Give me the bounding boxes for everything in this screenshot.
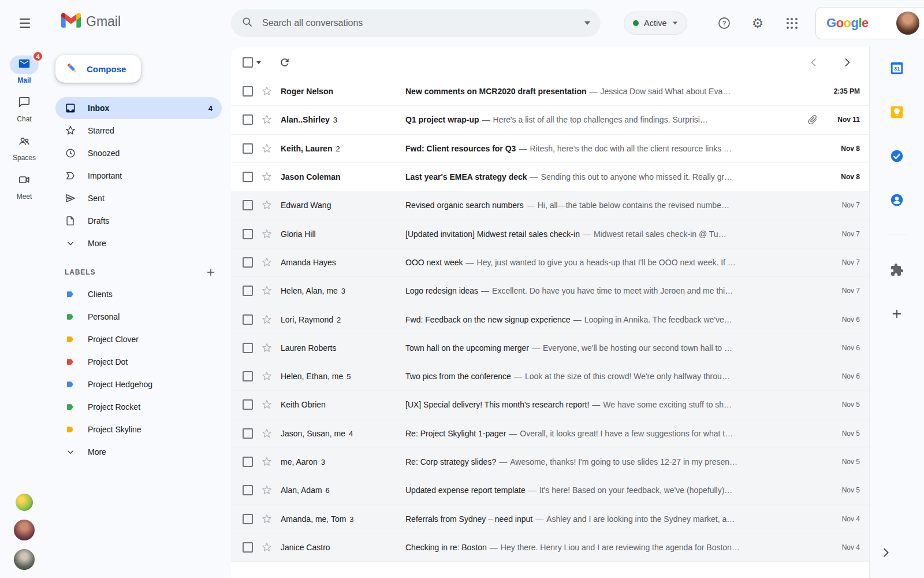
chat-avatar-2[interactable]	[14, 549, 35, 570]
rail-item-spaces[interactable]: Spaces	[10, 133, 39, 162]
email-select-checkbox[interactable]	[243, 172, 253, 182]
email-select-checkbox[interactable]	[243, 114, 253, 125]
email-row[interactable]: Jason Coleman Last year's EMEA strategy …	[231, 163, 869, 191]
email-select-checkbox[interactable]	[243, 371, 253, 381]
settings-gear-button[interactable]: ⚙	[749, 14, 766, 32]
email-row[interactable]: Edward Wang Revised organic search numbe…	[231, 191, 869, 220]
help-button[interactable]: ?	[716, 14, 733, 32]
sidebar-item-drafts[interactable]: Drafts	[55, 210, 222, 232]
email-row[interactable]: Roger Nelson New comments on MCR2020 dra…	[231, 77, 869, 106]
google-wordmark: Google	[826, 16, 869, 31]
star-toggle-icon[interactable]	[261, 86, 273, 97]
email-select-checkbox[interactable]	[243, 314, 253, 325]
email-row[interactable]: Keith Obrien [UX] Special delivery! This…	[231, 391, 869, 419]
important-marker-icon	[65, 170, 76, 181]
email-row[interactable]: Keith, Lauren2 Fwd: Client resources for…	[231, 135, 869, 163]
main-menu-button[interactable]	[15, 13, 35, 33]
star-toggle-icon[interactable]	[261, 542, 273, 553]
sidebar-item-inbox[interactable]: Inbox 4	[55, 97, 222, 119]
google-apps-grid-button[interactable]	[783, 14, 800, 32]
star-toggle-icon[interactable]	[261, 171, 273, 183]
email-select-checkbox[interactable]	[243, 457, 253, 467]
rail-item-meet[interactable]: Meet	[10, 172, 39, 201]
email-select-checkbox[interactable]	[243, 86, 253, 97]
compose-button[interactable]: Compose	[55, 55, 141, 83]
sidebar-label[interactable]: Project Clover	[55, 328, 222, 350]
email-select-checkbox[interactable]	[243, 286, 253, 296]
sidebar-label[interactable]: Personal	[55, 306, 222, 328]
star-toggle-icon[interactable]	[261, 456, 273, 468]
sidebar-label[interactable]: Project Rocket	[55, 396, 222, 418]
select-options-caret-icon[interactable]	[256, 61, 261, 64]
tasks-button[interactable]	[888, 147, 906, 165]
email-select-checkbox[interactable]	[243, 229, 253, 239]
email-select-checkbox[interactable]	[243, 514, 253, 524]
email-select-checkbox[interactable]	[243, 143, 253, 154]
older-page-button[interactable]	[840, 55, 854, 69]
email-row[interactable]: Gloria Hill [Updated invitation] Midwest…	[231, 220, 869, 248]
expand-side-panel-button[interactable]	[878, 544, 894, 561]
sidebar-item-starred[interactable]: Starred	[55, 120, 222, 142]
email-select-checkbox[interactable]	[243, 200, 253, 210]
chat-avatar-1[interactable]	[14, 520, 35, 540]
star-toggle-icon[interactable]	[261, 484, 273, 496]
chat-avatar-sticker[interactable]	[16, 494, 33, 511]
sidebar-label[interactable]: Project Hedgehog	[55, 373, 222, 395]
star-toggle-icon[interactable]	[261, 257, 273, 268]
keep-button[interactable]	[888, 103, 906, 121]
email-row[interactable]: Alan, Adam6 Updated expense report templ…	[231, 476, 869, 505]
contacts-button[interactable]	[888, 191, 906, 209]
star-toggle-icon[interactable]	[261, 285, 273, 297]
star-toggle-icon[interactable]	[261, 370, 273, 382]
email-row[interactable]: Amanda, me, Tom3 Referrals from Sydney –…	[231, 505, 869, 533]
email-row[interactable]: Janice Castro Checking in re: Boston—Hey…	[231, 533, 869, 562]
email-row[interactable]: Helen, Ethan, me5 Two pics from the conf…	[231, 362, 869, 391]
star-toggle-icon[interactable]	[261, 513, 273, 525]
star-toggle-icon[interactable]	[261, 143, 273, 154]
search-input[interactable]: Search all conversations	[262, 18, 584, 28]
star-toggle-icon[interactable]	[261, 342, 273, 354]
email-select-checkbox[interactable]	[243, 399, 253, 410]
email-row[interactable]: Lori, Raymond2 Fwd: Feedback on the new …	[231, 305, 869, 334]
refresh-button[interactable]	[277, 55, 292, 70]
email-select-checkbox[interactable]	[243, 343, 253, 353]
star-toggle-icon[interactable]	[261, 314, 273, 325]
star-toggle-icon[interactable]	[261, 428, 273, 439]
email-select-checkbox[interactable]	[243, 257, 253, 268]
email-select-checkbox[interactable]	[243, 542, 253, 553]
sidebar-label[interactable]: Project Dot	[55, 351, 222, 373]
email-row[interactable]: Jason, Susan, me4 Re: Project Skylight 1…	[231, 420, 869, 448]
star-toggle-icon[interactable]	[261, 228, 273, 240]
sidebar-labels-more[interactable]: More	[55, 441, 222, 463]
star-toggle-icon[interactable]	[261, 399, 273, 410]
star-toggle-icon[interactable]	[261, 199, 273, 211]
search-bar[interactable]: Search all conversations	[231, 9, 601, 37]
search-options-caret-icon[interactable]	[584, 21, 590, 25]
email-row[interactable]: Alan..Shirley3 Q1 project wrap-up—Here's…	[231, 106, 869, 134]
email-select-checkbox[interactable]	[243, 428, 253, 439]
account-avatar[interactable]	[896, 12, 919, 35]
email-sender: Amanda Hayes	[281, 258, 403, 267]
email-row[interactable]: Lauren Roberts Town hall on the upcoming…	[231, 334, 869, 362]
status-selector[interactable]: Active	[624, 12, 687, 35]
sidebar-item-sent[interactable]: Sent	[55, 187, 222, 209]
get-addons-button[interactable]	[888, 261, 906, 279]
newer-page-button[interactable]	[807, 55, 821, 69]
label-tag-icon	[65, 401, 76, 413]
sidebar-label[interactable]: Clients	[55, 283, 222, 305]
sidebar-label[interactable]: Project Skyline	[55, 418, 222, 440]
sidebar-item-important[interactable]: Important	[55, 165, 222, 187]
rail-item-mail[interactable]: 4 Mail	[10, 55, 39, 84]
sidebar-item-snoozed[interactable]: Snoozed	[55, 142, 222, 164]
email-select-checkbox[interactable]	[243, 485, 253, 495]
create-label-button[interactable]	[203, 265, 218, 280]
email-row[interactable]: Amanda Hayes OOO next week—Hey, just wan…	[231, 249, 869, 277]
rail-item-chat[interactable]: Chat	[10, 94, 39, 123]
star-toggle-icon[interactable]	[261, 114, 273, 125]
calendar-button[interactable]: 31	[888, 59, 906, 77]
select-all-checkbox[interactable]	[243, 57, 253, 68]
add-side-panel-app-button[interactable]	[888, 305, 906, 323]
email-row[interactable]: Helen, Alan, me3 Logo redesign ideas—Exc…	[231, 277, 869, 305]
sidebar-item-more[interactable]: More	[55, 232, 222, 254]
email-row[interactable]: me, Aaron3 Re: Corp strategy slides?—Awe…	[231, 448, 869, 476]
